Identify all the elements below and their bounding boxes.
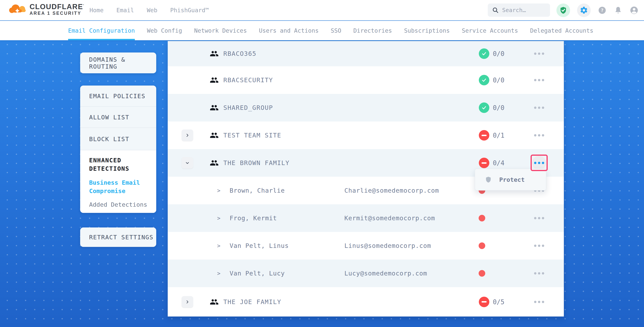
sidebar-section-enhanced-detections: ENHANCED DETECTIONS Business Email Compr… [80, 150, 156, 213]
protection-count: 0/0 [493, 76, 504, 84]
group-name: RBACO365 [223, 50, 256, 57]
cloudflare-cloud-icon [8, 1, 28, 17]
group-name: RBACSECURITY [223, 76, 273, 84]
search-box[interactable] [488, 3, 550, 17]
table-row-member-van-pelt-lucy: > Van Pelt, Lucy Lucy@somedemocorp.com [168, 260, 564, 287]
group-icon [210, 298, 219, 307]
member-email: Charlie@somedemocorp.com [344, 187, 439, 194]
group-name: THE JOE FAMILY [223, 298, 281, 306]
top-nav-web[interactable]: Web [147, 7, 158, 13]
unprotected-dot [478, 215, 485, 221]
row-menu-button[interactable] [532, 128, 546, 142]
table-row-shared-group: SHARED_GROUP 0/0 [168, 94, 564, 121]
group-name: SHARED_GROUP [223, 104, 273, 111]
member-email: Linus@somedemocorp.com [344, 242, 431, 249]
row-menu-button[interactable] [532, 73, 546, 87]
protection-count: 0/5 [493, 298, 504, 306]
member-name: Brown, Charlie [230, 187, 285, 194]
group-icon [210, 103, 219, 112]
minus-icon [482, 162, 486, 164]
search-icon [492, 7, 499, 13]
menu-item-protect[interactable]: Protect [499, 176, 525, 183]
table-row-rbacsecurity: RBACSECURITY 0/0 [168, 66, 564, 94]
sidebar-item-block-list[interactable]: BLOCK LIST [80, 128, 156, 150]
sidebar-item-business-email-compromise[interactable]: Business Email Compromise [89, 178, 148, 195]
verified-shield-icon[interactable] [556, 3, 570, 17]
group-name: TEST TEAM SITE [223, 132, 281, 139]
table-row-member-van-pelt-linus: > Van Pelt, Linus Linus@somedemocorp.com [168, 232, 564, 260]
top-nav: Home Email Web PhishGuard™ [90, 0, 209, 20]
member-marker: > [217, 215, 220, 221]
member-marker: > [217, 187, 220, 194]
row-menu-button-active[interactable] [532, 156, 546, 170]
app-header: CLOUDFLARE’ AREA 1 SECURITY Home Email W… [0, 0, 644, 20]
shield-icon [485, 176, 492, 183]
cloudflare-logo: CLOUDFLARE’ AREA 1 SECURITY [8, 1, 84, 17]
member-marker: > [217, 243, 220, 249]
gear-icon[interactable] [577, 3, 591, 17]
table-row-member-frog-kermit: > Frog, Kermit Kermit@somedemocorp.com [168, 204, 564, 232]
protected-badge [479, 48, 489, 59]
row-menu-button[interactable] [532, 239, 546, 253]
expand-button[interactable] [182, 129, 193, 141]
protection-count: 0/0 [493, 50, 504, 57]
protection-count: 0/0 [493, 104, 504, 112]
row-menu-button[interactable] [532, 211, 546, 225]
sidebar-card-policies: EMAIL POLICIES ALLOW LIST BLOCK LIST ENH… [80, 85, 156, 213]
tab-delegated-accounts[interactable]: Delegated Accounts [530, 21, 593, 40]
help-icon[interactable]: ? [598, 6, 607, 15]
minus-icon [482, 301, 486, 303]
config-tab-bar: Email Configuration Web Config Network D… [0, 21, 644, 40]
chevron-right-icon [185, 300, 190, 304]
group-icon [210, 49, 219, 58]
unprotected-badge [479, 297, 489, 307]
check-icon [481, 51, 487, 56]
group-name: THE BROWN FAMILY [223, 159, 290, 167]
table-row-test-team-site: TEST TEAM SITE 0/1 [168, 121, 564, 149]
member-marker: > [217, 270, 220, 277]
tab-users-and-actions[interactable]: Users and Actions [259, 21, 319, 40]
row-menu-button[interactable] [532, 295, 546, 309]
group-icon [210, 76, 219, 85]
search-input[interactable] [502, 7, 546, 13]
tab-directories[interactable]: Directories [353, 21, 392, 40]
row-menu-button[interactable] [532, 101, 546, 115]
protection-count: 0/4 [493, 159, 504, 167]
tab-email-configuration[interactable]: Email Configuration [68, 21, 135, 40]
tab-web-config[interactable]: Web Config [147, 21, 182, 40]
sidebar-item-allow-list[interactable]: ALLOW LIST [80, 107, 156, 128]
member-name: Van Pelt, Lucy [230, 270, 285, 277]
sidebar-item-retract-settings[interactable]: RETRACT SETTINGS [80, 234, 154, 241]
sidebar-item-domains-routing[interactable]: DOMAINS & ROUTING [80, 56, 156, 70]
tab-service-accounts[interactable]: Service Accounts [462, 21, 518, 40]
chevron-down-icon [185, 161, 190, 165]
row-menu-button[interactable] [532, 47, 546, 61]
tab-sso[interactable]: SSO [331, 21, 341, 40]
table-row-the-joe-family: THE JOE FAMILY 0/5 [168, 287, 564, 317]
member-name: Frog, Kermit [230, 214, 277, 222]
sidebar-item-email-policies[interactable]: EMAIL POLICIES [80, 85, 156, 107]
protected-badge [479, 75, 489, 85]
tab-subscriptions[interactable]: Subscriptions [404, 21, 450, 40]
row-menu-button[interactable] [532, 266, 546, 280]
unprotected-dot [478, 270, 485, 277]
member-email: Kermit@somedemocorp.com [344, 214, 435, 222]
expand-button[interactable] [182, 296, 193, 308]
top-nav-home[interactable]: Home [90, 7, 104, 13]
brand-mark: ’ [83, 4, 84, 7]
sidebar-item-added-detections[interactable]: Added Detections [89, 200, 148, 209]
table-row-rbaco365: RBACO365 0/0 [168, 41, 564, 66]
tab-network-devices[interactable]: Network Devices [194, 21, 247, 40]
sidebar-card-retract[interactable]: RETRACT SETTINGS [80, 228, 156, 247]
bell-icon[interactable] [614, 6, 622, 15]
member-name: Van Pelt, Linus [230, 242, 289, 249]
top-nav-phishguard[interactable]: PhishGuard™ [170, 7, 209, 13]
sidebar-item-enhanced-detections[interactable]: ENHANCED DETECTIONS [89, 156, 148, 173]
top-nav-email[interactable]: Email [116, 7, 134, 13]
account-icon[interactable] [630, 6, 638, 15]
brand-tagline: AREA 1 SECURITY [30, 11, 84, 16]
unprotected-dot [478, 242, 485, 249]
groups-table: RBACO365 0/0 RBACSECURITY 0/0 SHARED_GRO… [168, 41, 564, 317]
collapse-button[interactable] [182, 157, 193, 169]
sidebar-card-domains[interactable]: DOMAINS & ROUTING [80, 52, 156, 73]
